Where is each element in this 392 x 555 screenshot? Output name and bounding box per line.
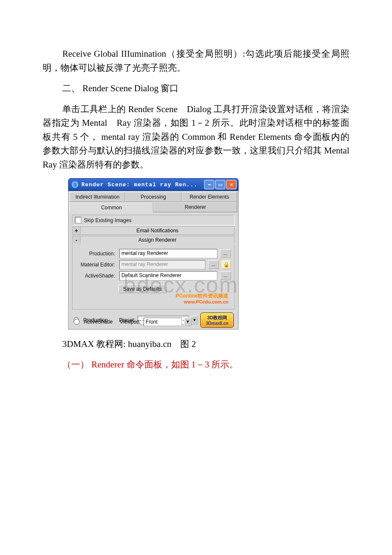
tab-renderer[interactable]: Renderer <box>153 202 237 212</box>
material-editor-field: mental ray Renderer <box>119 260 205 269</box>
collapse-icon[interactable]: - <box>72 236 81 244</box>
production-browse-button[interactable]: ... <box>220 249 231 258</box>
chevron-down-icon[interactable]: ▼ <box>184 318 192 326</box>
tab-render-elements[interactable]: Render Elements <box>182 192 237 202</box>
activeshade-browse-button[interactable]: ... <box>220 272 231 280</box>
activeshade-radio-label: ActiveShade <box>84 319 117 325</box>
paragraph-renderer-panel: （一） Renderer 命令面板，如图 1－3 所示。 <box>43 358 349 372</box>
tabs-row-1: Indirect Illumination Processing Render … <box>69 192 237 202</box>
rollup-assign-renderer[interactable]: - Assign Renderer <box>72 236 235 244</box>
paragraph-receive-gi: Receive Global IIIumination（接受全局照明）:勾选此项… <box>43 47 349 75</box>
rollup-assign-title: Assign Renderer <box>81 236 234 244</box>
tab-common[interactable]: Common <box>69 202 153 213</box>
activeshade-field: Default Scanline Renderer <box>119 271 217 280</box>
window-titlebar[interactable]: S Render Scene: mental ray Ren... ━ ▭ ✕ <box>68 178 239 191</box>
skip-existing-checkbox[interactable] <box>75 217 81 223</box>
render-scene-dialog: bdocx.com S Render Scene: mental ray Ren… <box>68 178 239 329</box>
heading-section-2: 二、 Render Scene Dialog 窗口 <box>43 81 349 95</box>
rollup-email-title: Email Notifications <box>81 227 234 234</box>
activeshade-radio[interactable] <box>74 319 80 325</box>
activeshade-label: ActiveShade: <box>76 273 117 279</box>
app-icon: S <box>71 181 79 188</box>
window-title: Render Scene: mental ray Ren... <box>81 182 202 188</box>
lock-icon[interactable]: 🔒 <box>222 260 231 269</box>
production-field: mental ray Renderer <box>119 249 217 258</box>
expand-icon[interactable]: + <box>72 227 81 234</box>
save-as-defaults-button[interactable]: Save as Defaults <box>118 285 167 293</box>
tabs-row-2: Common Renderer <box>69 202 237 212</box>
tab-indirect-illumination[interactable]: Indirect Illumination <box>69 192 125 202</box>
maximize-button[interactable]: ▭ <box>215 180 225 189</box>
assign-renderer-body: Production: mental ray Renderer ... Mate… <box>72 245 235 309</box>
skip-existing-label: Skip Existing Images <box>84 217 131 223</box>
tab-processing[interactable]: Processing <box>125 192 181 202</box>
material-editor-label: Material Editor: <box>76 262 117 268</box>
minimize-button[interactable]: ━ <box>204 180 214 189</box>
material-editor-browse-button[interactable]: ... <box>208 260 219 269</box>
skip-existing-group: Skip Existing Images <box>72 215 235 225</box>
production-label: Production: <box>76 251 117 257</box>
pconline-watermark: PConline软件资讯频道 www.PCedu.com.cn <box>76 293 228 304</box>
paragraph-render-scene-dialog: 单击工具栏上的 Render Scene Dialog 工具打开渲染设置对话框，… <box>43 102 349 172</box>
close-button[interactable]: ✕ <box>226 180 236 189</box>
rollup-email-notifications[interactable]: + Email Notifications <box>72 226 235 235</box>
viewport-label: Viewport: <box>120 319 141 325</box>
viewport-combo[interactable]: Front <box>144 318 182 326</box>
figure-caption: 3DMAX 教程网: huanyiba.cn 图 2 <box>43 337 349 351</box>
